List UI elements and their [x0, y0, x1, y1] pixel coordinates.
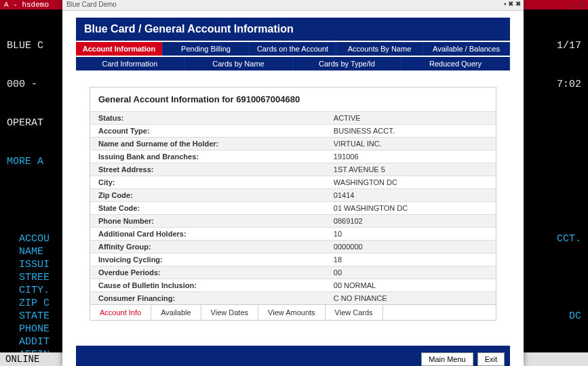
bottom-tab-view-dates[interactable]: View Dates: [201, 305, 258, 320]
details-table: Status:ACTIVEAccount Type:BUSINESS ACCT.…: [90, 111, 496, 304]
row-value: 191006: [326, 150, 496, 163]
term-field-label: PHONE: [7, 323, 50, 336]
host-title: A - hsdemo: [4, 1, 49, 9]
tab-account-information[interactable]: Account Information: [76, 42, 163, 56]
bottom-tab-view-amounts[interactable]: View Amounts: [258, 305, 326, 320]
app-window: Blue Card Demo ▪ ✖ ✖ Blue Card / General…: [62, 0, 524, 366]
row-value: ACTIVE: [326, 112, 496, 125]
bottom-tabs: Account InfoAvailableView DatesView Amou…: [90, 304, 496, 320]
terminal-status: ONLINE: [5, 354, 39, 365]
table-row: Street Address:1ST AVENUE 5: [90, 163, 496, 176]
row-key: Consumer Financing:: [90, 292, 326, 305]
page-banner: Blue Card / General Account Information: [76, 18, 510, 41]
table-row: State Code:01 WASHINGTON DC: [90, 202, 496, 215]
term-field-label: CITY.: [7, 284, 50, 297]
host-icons[interactable]: ✦ ≡: [570, 1, 584, 9]
table-row: Status:ACTIVE: [90, 112, 496, 125]
row-key: Invoicing Cycling:: [90, 253, 326, 266]
tab-pending-billing[interactable]: Pending Billing: [163, 42, 250, 56]
tab-available-balances[interactable]: Available / Balances: [423, 42, 510, 56]
term-field-label: ZIP C: [7, 297, 50, 310]
term-field-label: ADDIT: [7, 336, 50, 348]
row-key: Additional Card Holders:: [90, 228, 326, 241]
row-key: City:: [90, 176, 326, 189]
tab-cards-by-name[interactable]: Cards by Name: [184, 57, 293, 70]
tab-cards-on-the-account[interactable]: Cards on the Account: [250, 42, 336, 56]
row-key: Affinity Group:: [90, 241, 326, 253]
row-value: VIRTUAL INC.: [326, 138, 496, 150]
bottom-tab-account-info[interactable]: Account Info: [90, 305, 151, 320]
table-row: Consumer Financing:C NO FINANCE: [90, 292, 496, 305]
content-panel: General Account Information for 69100670…: [90, 87, 496, 321]
table-row: Name and Surname of the Holder:VIRTUAL I…: [90, 138, 496, 150]
table-row: Zip Code:01414: [90, 189, 496, 202]
bottom-tab-available[interactable]: Available: [151, 305, 201, 320]
term-field-label: ISSUI: [7, 258, 50, 271]
row-key: Status:: [90, 112, 326, 125]
term-field-label: NAME: [7, 245, 43, 258]
row-key: State Code:: [90, 202, 326, 215]
term-field-label: STREE: [7, 271, 50, 284]
bottom-tab-view-cards[interactable]: View Cards: [326, 305, 383, 320]
main-menu-button[interactable]: Main Menu: [421, 352, 473, 366]
row-value: 18: [326, 253, 496, 266]
tabs-row-1: Account InformationPending BillingCards …: [76, 42, 510, 56]
row-value: 01414: [326, 189, 496, 202]
row-key: Issuing Bank and Branches:: [90, 150, 326, 163]
row-key: Zip Code:: [90, 189, 326, 202]
term-field-label: ACCOU: [7, 232, 50, 245]
app-titlebar: Blue Card Demo ▪ ✖ ✖: [62, 0, 524, 11]
row-key: Phone Number:: [90, 215, 326, 228]
row-key: Account Type:: [90, 125, 326, 138]
table-row: Additional Card Holders:10: [90, 228, 496, 241]
footer-bar: Main Menu Exit: [76, 346, 510, 366]
tabs-row-2: Card InformationCards by NameCards by Ty…: [76, 57, 510, 70]
term-line2-left: 000 -: [7, 78, 37, 91]
row-value: 0000000: [326, 241, 496, 253]
term-line4: MORE A: [7, 155, 43, 168]
table-row: City:WASHINGTON DC: [90, 176, 496, 189]
app-title: Blue Card Demo: [66, 1, 117, 8]
row-key: Overdue Periods:: [90, 266, 326, 279]
row-key: Name and Surname of the Holder:: [90, 138, 326, 150]
term-field-label: STATE: [7, 310, 50, 323]
row-value: 01 WASHINGTON DC: [326, 202, 496, 215]
row-value: 00 NORMAL: [326, 279, 496, 292]
row-value: 10: [326, 228, 496, 241]
row-value: 0869102: [326, 215, 496, 228]
table-row: Issuing Bank and Branches:191006: [90, 150, 496, 163]
row-value: WASHINGTON DC: [326, 176, 496, 189]
row-key: Cause of Bulletin Inclusion:: [90, 279, 326, 292]
row-value: BUSINESS ACCT.: [326, 125, 496, 138]
tab-cards-by-type-id[interactable]: Cards by Type/Id: [293, 57, 401, 70]
row-value: C NO FINANCE: [326, 292, 496, 305]
content-title: General Account Information for 69100670…: [90, 87, 496, 111]
term-line1-left: BLUE C: [7, 39, 43, 52]
term-line3: OPERAT: [7, 117, 43, 129]
tab-accounts-by-name[interactable]: Accounts By Name: [336, 42, 423, 56]
table-row: Invoicing Cycling:18: [90, 253, 496, 266]
table-row: Cause of Bulletin Inclusion:00 NORMAL: [90, 279, 496, 292]
table-row: Overdue Periods:00: [90, 266, 496, 279]
exit-button[interactable]: Exit: [477, 352, 505, 366]
row-key: Street Address:: [90, 163, 326, 176]
tab-card-information[interactable]: Card Information: [76, 57, 184, 70]
table-row: Phone Number:0869102: [90, 215, 496, 228]
row-value: 1ST AVENUE 5: [326, 163, 496, 176]
table-row: Account Type:BUSINESS ACCT.: [90, 125, 496, 138]
row-value: 00: [326, 266, 496, 279]
window-controls[interactable]: ▪ ✖ ✖: [504, 0, 521, 7]
table-row: Affinity Group:0000000: [90, 241, 496, 253]
tab-reduced-query[interactable]: Reduced Query: [401, 57, 510, 70]
